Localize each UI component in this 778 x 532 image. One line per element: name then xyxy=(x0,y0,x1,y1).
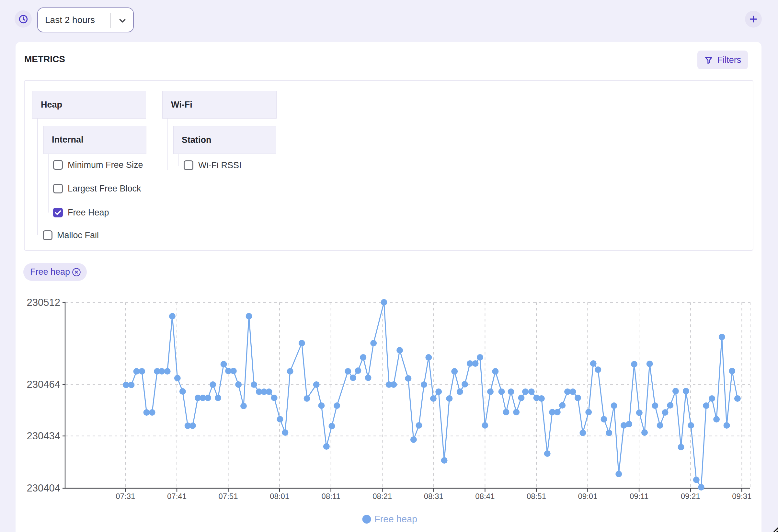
svg-text:230512: 230512 xyxy=(27,297,60,308)
svg-text:08:11: 08:11 xyxy=(322,492,340,501)
svg-text:09:21: 09:21 xyxy=(681,492,700,501)
svg-text:07:51: 07:51 xyxy=(218,492,238,501)
svg-text:08:41: 08:41 xyxy=(475,492,494,501)
svg-text:07:41: 07:41 xyxy=(167,492,186,501)
svg-text:08:31: 08:31 xyxy=(424,492,444,501)
svg-text:230464: 230464 xyxy=(27,379,60,390)
svg-text:08:01: 08:01 xyxy=(270,492,289,501)
svg-text:230404: 230404 xyxy=(27,482,60,494)
svg-text:08:21: 08:21 xyxy=(373,492,392,501)
svg-text:07:31: 07:31 xyxy=(115,492,135,501)
svg-text:08:51: 08:51 xyxy=(527,492,546,501)
svg-text:09:11: 09:11 xyxy=(630,492,648,501)
svg-text:230434: 230434 xyxy=(27,430,60,442)
svg-text:Free heap: Free heap xyxy=(374,514,417,524)
svg-text:09:01: 09:01 xyxy=(578,492,597,501)
svg-text:09:31: 09:31 xyxy=(732,492,752,501)
